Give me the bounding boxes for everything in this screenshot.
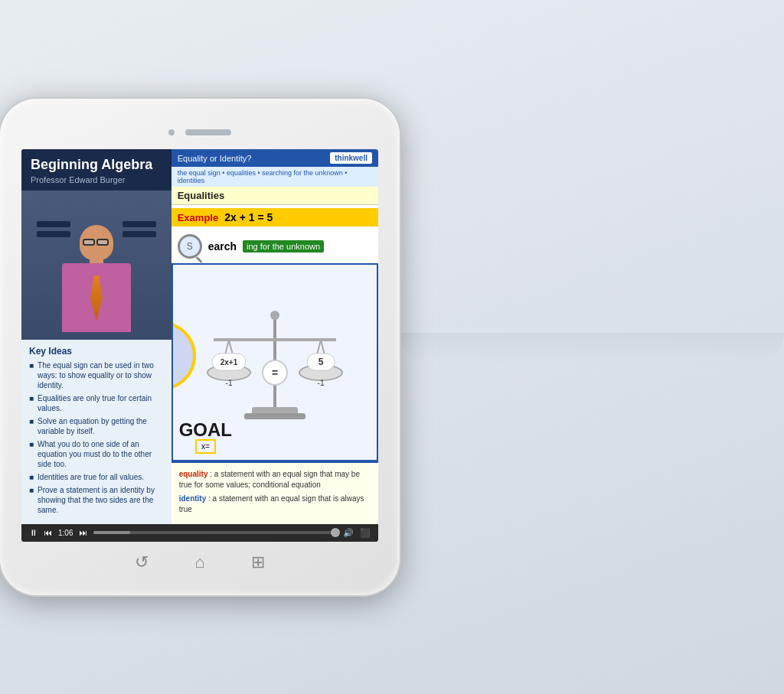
svg-text:5: 5 bbox=[318, 357, 324, 367]
svg-text:-1: -1 bbox=[225, 379, 232, 387]
left-header: Beginning Algebra Professor Edward Burge… bbox=[21, 149, 172, 191]
progress-fill bbox=[93, 531, 130, 534]
list-item: ■ The equal sign can be used in two ways… bbox=[29, 360, 164, 390]
identity-text: : a statement with an equal sign that is… bbox=[179, 494, 364, 513]
goal-area: GOAL x= bbox=[179, 421, 232, 454]
video-content: Beginning Algebra Professor Edward Burge… bbox=[21, 149, 378, 524]
step-forward-button[interactable]: ⏭ bbox=[79, 528, 87, 537]
bullet-icon: ■ bbox=[29, 361, 34, 370]
goal-equation: x= bbox=[195, 439, 216, 454]
video-controls: ⏸ ⏮ 1:06 ⏭ 🔊 ⬛ bbox=[21, 524, 378, 542]
scales-area: 2x+1 -1 = 5 -1 GOAL bbox=[172, 263, 378, 461]
volume-icon[interactable]: 🔊 bbox=[343, 528, 354, 538]
right-top-title: Equality or Identity? bbox=[178, 154, 252, 163]
svg-text:-1: -1 bbox=[317, 379, 324, 387]
key-idea-text: Prove a statement is an identity by show… bbox=[38, 485, 164, 515]
bullet-icon: ■ bbox=[29, 473, 34, 481]
professor-area bbox=[21, 191, 172, 340]
step-back-button[interactable]: ⏮ bbox=[44, 528, 52, 537]
speaker-icon bbox=[185, 129, 231, 135]
list-item: ■ Solve an equation by getting the varia… bbox=[29, 416, 164, 436]
prof-head bbox=[80, 225, 113, 260]
equality-definition: equality : a statement with an equal sig… bbox=[179, 469, 371, 490]
grid-button[interactable]: ⊞ bbox=[251, 552, 265, 572]
camera-icon bbox=[168, 129, 175, 135]
prof-shirt bbox=[62, 263, 131, 332]
tablet-top-bar bbox=[21, 122, 378, 143]
key-idea-text: The equal sign can be used in two ways: … bbox=[38, 360, 164, 390]
goal-label: GOAL bbox=[179, 421, 232, 439]
progress-dot bbox=[331, 528, 340, 537]
example-bar: Example 2x + 1 = 5 bbox=[172, 208, 378, 226]
screen: Beginning Algebra Professor Edward Burge… bbox=[21, 149, 378, 542]
search-letter: S bbox=[187, 241, 193, 252]
svg-point-1 bbox=[270, 311, 279, 320]
search-highlight: ing for the unknown bbox=[243, 240, 324, 253]
professor-name: Professor Edward Burger bbox=[31, 175, 162, 184]
equalities-section: Equalities bbox=[172, 187, 378, 205]
bullet-icon: ■ bbox=[29, 486, 34, 494]
bullet-icon: ■ bbox=[29, 440, 34, 448]
balance-scales-svg: 2x+1 -1 = 5 -1 bbox=[175, 294, 374, 432]
course-title: Beginning Algebra bbox=[31, 157, 162, 174]
definitions-area: equality : a statement with an equal sig… bbox=[172, 461, 378, 524]
prof-glass-right bbox=[96, 239, 109, 246]
key-ideas-section: Key Ideas ■ The equal sign can be used i… bbox=[21, 340, 172, 524]
fullscreen-button[interactable]: ⬛ bbox=[360, 528, 371, 538]
search-text: earch bbox=[208, 240, 237, 253]
prof-body bbox=[54, 225, 139, 340]
progress-bar[interactable] bbox=[93, 531, 337, 534]
left-panel: Beginning Algebra Professor Edward Burge… bbox=[21, 149, 172, 524]
right-panel: Equality or Identity? thinkwell the equa… bbox=[172, 149, 378, 524]
key-idea-text: Identities are true for all values. bbox=[38, 472, 144, 482]
svg-rect-10 bbox=[244, 413, 305, 419]
identity-definition: identity : a statement with an equal sig… bbox=[179, 494, 371, 515]
magnify-icon: S bbox=[178, 234, 202, 259]
thinkwell-logo: thinkwell bbox=[330, 152, 372, 164]
list-item: ■ Identities are true for all values. bbox=[29, 472, 164, 482]
bullet-icon: ■ bbox=[29, 394, 34, 402]
tablet-reflection bbox=[400, 333, 784, 363]
right-top-bar: Equality or Identity? thinkwell bbox=[172, 149, 378, 167]
list-item: ■ Prove a statement is an identity by sh… bbox=[29, 485, 164, 515]
current-time: 1:06 bbox=[58, 529, 73, 537]
prof-glasses bbox=[83, 239, 110, 245]
bullet-icon: ■ bbox=[29, 417, 34, 425]
svg-text:=: = bbox=[272, 367, 278, 379]
home-button[interactable]: ⌂ bbox=[194, 552, 204, 572]
breadcrumb: the equal sign • equalities • searching … bbox=[172, 167, 378, 187]
list-item: ■ What you do to one side of an equation… bbox=[29, 439, 164, 469]
search-bar-area: S earch ing for the unknown bbox=[172, 230, 378, 263]
bottom-nav: ↺ ⌂ ⊞ bbox=[21, 542, 378, 580]
example-equation: 2x + 1 = 5 bbox=[224, 211, 273, 223]
magnify-handle bbox=[195, 256, 202, 263]
prof-glass-left bbox=[83, 239, 95, 246]
professor-figure bbox=[47, 210, 146, 340]
key-idea-text: Solve an equation by getting the variabl… bbox=[38, 416, 164, 436]
equalities-title: Equalities bbox=[178, 190, 372, 201]
svg-text:2x+1: 2x+1 bbox=[220, 358, 238, 367]
list-item: ■ Equalities are only true for certain v… bbox=[29, 393, 164, 413]
key-idea-text: What you do to one side of an equation y… bbox=[38, 439, 164, 469]
prof-tie bbox=[90, 275, 103, 321]
equality-term: equality bbox=[179, 470, 208, 478]
refresh-button[interactable]: ↺ bbox=[135, 552, 149, 572]
pause-button[interactable]: ⏸ bbox=[29, 528, 38, 537]
key-idea-text: Equalities are only true for certain val… bbox=[38, 393, 164, 413]
example-label: Example bbox=[178, 212, 218, 223]
key-ideas-title: Key Ideas bbox=[29, 346, 164, 357]
play-triangle-icon bbox=[172, 344, 174, 368]
tablet: Beginning Algebra Professor Edward Burge… bbox=[0, 99, 400, 595]
identity-term: identity bbox=[179, 494, 207, 503]
